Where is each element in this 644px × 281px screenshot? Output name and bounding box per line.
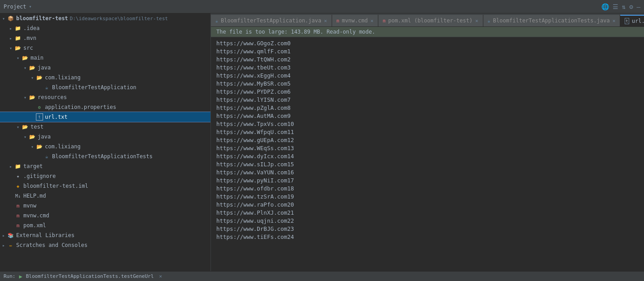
tree-arrow-root — [0, 16, 7, 21]
folder-icon-idea: 📁 — [14, 25, 22, 32]
java-icon-tab1: ☕ — [215, 18, 218, 23]
tree-arrow-test — [14, 125, 22, 130]
tree-item-target[interactable]: 📁 target — [0, 161, 210, 171]
tab-label-pom: pom.xml (bloomfilter-test) — [388, 17, 473, 24]
tree-arrow-mvn — [7, 36, 14, 41]
url-text: https://www.qmlfF.com1 — [216, 48, 291, 55]
tree-item-iml[interactable]: ◈ bloomfilter-test.iml — [0, 181, 210, 191]
tree-label-idea: .idea — [23, 25, 39, 31]
txt-icon-tab5: t — [625, 18, 629, 24]
url-text: https://www.sILJp.com15 — [216, 161, 294, 168]
tree-item-bloomapp[interactable]: ☕ BloomfilterTestApplication — [0, 82, 210, 92]
sort-icon[interactable]: ⇅ — [622, 3, 626, 10]
bottom-bar: Run: ▶ BloomfilterTestApplicationTests.t… — [0, 271, 644, 281]
tree-label-pom: pom.xml — [23, 222, 46, 229]
tree-item-java[interactable]: 📂 java — [0, 63, 210, 73]
tree-item-root[interactable]: 📦 bloomfilter-test D:\ideaworkspace\bloo… — [0, 13, 210, 23]
tab-close-mvnwcmd[interactable]: ✕ — [370, 18, 373, 24]
tree-arrow-java-test — [22, 134, 29, 139]
editor-line: https://www.WfpqU.com11 — [211, 128, 644, 136]
folder-icon-java: 📂 — [29, 64, 36, 71]
run-class: BloomfilterTestApplicationTests.testGene… — [26, 273, 154, 279]
tree-item-idea[interactable]: 📁 .idea — [0, 23, 210, 33]
iml-icon: ◈ — [14, 182, 22, 190]
tree-label-bloomapp: BloomfilterTestApplication — [52, 84, 136, 91]
tree-item-urltxt[interactable]: t url.txt — [0, 112, 210, 122]
tree-arrow-target — [7, 164, 14, 169]
tree-item-help[interactable]: M↓ HELP.md — [0, 191, 210, 201]
tree-label-mvnwcmd: mvnw.cmd — [23, 212, 49, 219]
tab-label-urltxt: url.txt — [632, 18, 644, 24]
tree-item-scratch[interactable]: ✏️ Scratches and Consoles — [0, 240, 210, 250]
tree-item-extlib[interactable]: 📚 External Libraries — [0, 230, 210, 240]
tab-bloomapp[interactable]: ☕ BloomfilterTestApplication.java ✕ — [211, 15, 332, 26]
url-text: https://www.DrBJG.com23 — [216, 225, 294, 232]
scratch-icon: ✏️ — [7, 242, 14, 249]
url-text: https://www.xEggH.com4 — [216, 72, 291, 79]
url-text: https://www.MyBSR.com5 — [216, 80, 291, 87]
folder-icon-test: 📂 — [22, 123, 29, 130]
url-text: https://www.lYISN.com7 — [216, 96, 291, 103]
tree-label-gitignore: .gitignore — [23, 173, 56, 179]
list-icon[interactable]: ☰ — [613, 3, 618, 10]
tab-label-bloomtests: BloomfilterTestApplicationTests.java — [493, 17, 610, 24]
tree-item-pom[interactable]: m pom.xml — [0, 220, 210, 230]
tree-item-com-lixiang[interactable]: 📂 com.lixiang — [0, 73, 210, 82]
tree-label-root: bloomfilter-test — [16, 15, 68, 22]
minimize-icon[interactable]: — — [637, 3, 640, 10]
editor-line: https://www.TpxVs.com10 — [211, 120, 644, 128]
tab-label-bloomapp: BloomfilterTestApplication.java — [221, 17, 321, 24]
folder-icon-comlixiang: 📂 — [36, 74, 43, 81]
url-text: https://www.TtQWH.com2 — [216, 56, 291, 63]
tree-item-main[interactable]: 📂 main — [0, 53, 210, 63]
editor-line: https://www.pZglA.com8 — [211, 104, 644, 112]
tree-item-test[interactable]: 📂 test — [0, 122, 210, 132]
tree-arrow-extlib — [0, 233, 7, 238]
tree-arrow-java — [22, 65, 29, 70]
tree-label-help: HELP.md — [23, 193, 46, 199]
tab-urltxt[interactable]: t url.txt ✕ — [620, 15, 644, 26]
tree-item-comlixiang-test[interactable]: 📂 com.lixiang — [0, 142, 210, 151]
url-text: https://www.WEqSs.com13 — [216, 145, 294, 151]
project-label[interactable]: Project — [4, 4, 26, 10]
tab-bloomtests[interactable]: ☕ BloomfilterTestApplicationTests.java ✕ — [483, 15, 621, 26]
extlib-icon: 📚 — [7, 232, 14, 239]
tab-close-bloomapp[interactable]: ✕ — [324, 18, 327, 24]
folder-icon-comlixiang-test: 📂 — [36, 143, 43, 150]
editor-line: https://www.AutMA.com9 — [211, 112, 644, 120]
url-text: https://www.GOgoZ.com0 — [216, 40, 291, 47]
tree-item-bloomtests[interactable]: ☕ BloomfilterTestApplicationTests — [0, 151, 210, 161]
url-text: https://www.PlnXJ.com21 — [216, 209, 294, 216]
editor-line: https://www.WEqSs.com13 — [211, 144, 644, 152]
tree-item-appprops[interactable]: ⚙ application.properties — [0, 102, 210, 112]
editor-line: https://www.MyBSR.com5 — [211, 79, 644, 87]
tree-label-scratch: Scratches and Consoles — [16, 242, 88, 248]
tree-arrow-comlixiang-test — [29, 144, 36, 149]
tree-item-mvn[interactable]: 📁 .mvn — [0, 33, 210, 43]
editor-line: https://www.uqjni.com22 — [211, 216, 644, 225]
tree-item-mvnwcmd[interactable]: m mvnw.cmd — [0, 211, 210, 220]
pom-icon-tab3: m — [383, 18, 386, 23]
main-layout: 📦 bloomfilter-test D:\ideaworkspace\bloo… — [0, 13, 644, 271]
tree-label-src: src — [23, 45, 33, 51]
tree-item-src[interactable]: 📂 src — [0, 43, 210, 53]
editor-line: https://www.tiEFs.com24 — [211, 233, 644, 241]
tree-item-mvnw[interactable]: m mvnw — [0, 201, 210, 211]
tree-item-gitignore[interactable]: ✦ .gitignore — [0, 171, 210, 181]
title-bar: Project ▾ 🌐 ☰ ⇅ ⚙ — — [0, 0, 644, 13]
tab-mvnwcmd[interactable]: m mvnw.cmd ✕ — [332, 15, 378, 26]
url-text: https://www.tbeUt.com3 — [216, 64, 291, 71]
dropdown-arrow-icon[interactable]: ▾ — [29, 4, 32, 9]
tree-item-resources[interactable]: 📂 resources — [0, 92, 210, 102]
gear-icon[interactable]: ⚙ — [629, 3, 633, 10]
globe-icon[interactable]: 🌐 — [601, 3, 609, 10]
tab-pom[interactable]: m pom.xml (bloomfilter-test) ✕ — [378, 15, 483, 26]
tree-item-java-test[interactable]: 📂 java — [0, 132, 210, 142]
editor-content[interactable]: https://www.GOgoZ.com0https://www.qmlfF.… — [211, 37, 644, 271]
tree-label-appprops: application.properties — [45, 104, 116, 110]
tab-close-bloomtests[interactable]: ✕ — [613, 18, 616, 24]
close-run-icon[interactable]: ✕ — [159, 273, 162, 279]
editor-line: https://www.pyNiI.com17 — [211, 176, 644, 184]
tab-close-pom[interactable]: ✕ — [475, 18, 478, 24]
editor-line: https://www.PYDPZ.com6 — [211, 87, 644, 95]
